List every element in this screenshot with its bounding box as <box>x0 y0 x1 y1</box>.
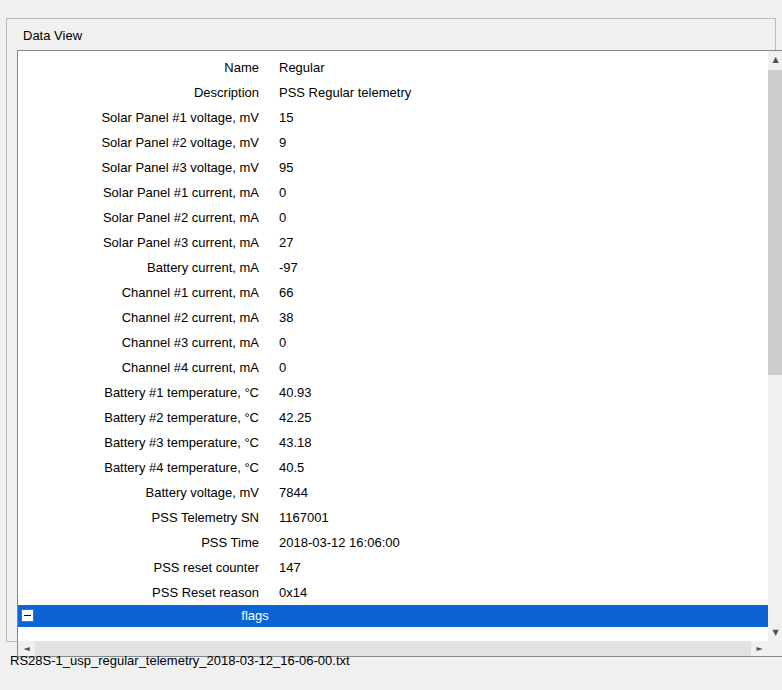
table-row[interactable]: Channel #1 current, mA 66 <box>18 280 768 305</box>
row-label: Solar Panel #3 current, mA <box>18 230 259 255</box>
vertical-scrollbar[interactable]: ▲ ▼ <box>768 51 782 641</box>
row-label: Battery voltage, mV <box>18 480 259 505</box>
row-value: 15 <box>279 105 293 130</box>
row-value: 42.25 <box>279 405 312 430</box>
vertical-scrollbar-thumb[interactable] <box>768 70 782 375</box>
collapse-icon[interactable] <box>21 609 34 622</box>
table-row[interactable]: Channel #2 current, mA 38 <box>18 305 768 330</box>
data-view-groupbox: Data View Name Regular Description PSS R… <box>6 18 776 642</box>
row-label: PSS Time <box>18 530 259 555</box>
table-row[interactable]: Description PSS Regular telemetry <box>18 80 768 105</box>
table-row[interactable]: PSS Time 2018-03-12 16:06:00 <box>18 530 768 555</box>
row-value: 40.93 <box>279 380 312 405</box>
table-row[interactable]: Solar Panel #2 current, mA 0 <box>18 205 768 230</box>
row-value: 43.18 <box>279 430 312 455</box>
scroll-up-icon[interactable]: ▲ <box>768 51 782 68</box>
row-value: 38 <box>279 305 293 330</box>
row-value: Regular <box>279 55 325 80</box>
table-row[interactable]: Battery #4 temperature, °C 40.5 <box>18 455 768 480</box>
row-value: 95 <box>279 155 293 180</box>
row-label: Battery current, mA <box>18 255 259 280</box>
scroll-right-icon[interactable]: ► <box>751 641 768 656</box>
table-row[interactable]: Solar Panel #1 voltage, mV 15 <box>18 105 768 130</box>
table-row[interactable]: Battery #3 temperature, °C 43.18 <box>18 430 768 455</box>
data-view-content: Name Regular Description PSS Regular tel… <box>18 51 768 641</box>
row-value: 147 <box>279 555 301 580</box>
table-row[interactable]: PSS reset counter 147 <box>18 555 768 580</box>
row-label: Channel #3 current, mA <box>18 330 259 355</box>
row-value: 0 <box>279 180 286 205</box>
loaded-file-label: RS28S-1_usp_regular_telemetry_2018-03-12… <box>10 653 350 668</box>
row-value: 0 <box>279 205 286 230</box>
row-label: PSS Reset reason <box>18 580 259 605</box>
row-value: -97 <box>279 255 298 280</box>
row-label: Channel #4 current, mA <box>18 355 259 380</box>
row-label: Description <box>18 80 259 105</box>
row-value: 1167001 <box>279 505 329 530</box>
row-label: Channel #2 current, mA <box>18 305 259 330</box>
groupbox-title: Data View <box>19 28 86 43</box>
row-label: Name <box>18 55 259 80</box>
row-label: Solar Panel #1 voltage, mV <box>18 105 259 130</box>
row-value: 2018-03-12 16:06:00 <box>279 530 400 555</box>
row-value: 27 <box>279 230 293 255</box>
table-row[interactable]: Channel #4 current, mA 0 <box>18 355 768 380</box>
table-row[interactable]: Solar Panel #3 current, mA 27 <box>18 230 768 255</box>
row-label: Battery #4 temperature, °C <box>18 455 259 480</box>
row-value: 9 <box>279 130 286 155</box>
row-label: PSS Telemetry SN <box>18 505 259 530</box>
row-label: Channel #1 current, mA <box>18 280 259 305</box>
row-label: Battery #1 temperature, °C <box>18 380 259 405</box>
table-row[interactable]: PSS Telemetry SN 1167001 <box>18 505 768 530</box>
table-row[interactable]: Battery voltage, mV 7844 <box>18 480 768 505</box>
flags-group-label: flags <box>241 605 268 627</box>
row-value: 40.5 <box>279 455 304 480</box>
table-row[interactable]: Name Regular <box>18 55 768 80</box>
row-value: PSS Regular telemetry <box>279 80 411 105</box>
data-rows: Name Regular Description PSS Regular tel… <box>18 51 768 605</box>
table-row[interactable]: Solar Panel #2 voltage, mV 9 <box>18 130 768 155</box>
table-row[interactable]: Solar Panel #3 voltage, mV 95 <box>18 155 768 180</box>
row-label: Battery #3 temperature, °C <box>18 430 259 455</box>
row-label: Solar Panel #1 current, mA <box>18 180 259 205</box>
row-value: 0 <box>279 330 286 355</box>
flags-group-row[interactable]: flags <box>18 605 768 627</box>
row-label: Solar Panel #2 voltage, mV <box>18 130 259 155</box>
table-row[interactable]: Battery #2 temperature, °C 42.25 <box>18 405 768 430</box>
table-row[interactable]: Solar Panel #1 current, mA 0 <box>18 180 768 205</box>
table-row[interactable]: Battery current, mA -97 <box>18 255 768 280</box>
table-row[interactable]: Channel #3 current, mA 0 <box>18 330 768 355</box>
table-row[interactable]: PSS Reset reason 0x14 <box>18 580 768 605</box>
row-label: Battery #2 temperature, °C <box>18 405 259 430</box>
table-row[interactable]: Battery #1 temperature, °C 40.93 <box>18 380 768 405</box>
row-label: Solar Panel #3 voltage, mV <box>18 155 259 180</box>
scrollbar-corner <box>768 641 782 656</box>
telemetry-data-view: Name Regular Description PSS Regular tel… <box>17 50 782 657</box>
row-value: 0 <box>279 355 286 380</box>
row-label: PSS reset counter <box>18 555 259 580</box>
row-value: 0x14 <box>279 580 307 605</box>
row-label: Solar Panel #2 current, mA <box>18 205 259 230</box>
row-value: 66 <box>279 280 293 305</box>
row-value: 7844 <box>279 480 308 505</box>
scroll-down-icon[interactable]: ▼ <box>768 624 782 641</box>
